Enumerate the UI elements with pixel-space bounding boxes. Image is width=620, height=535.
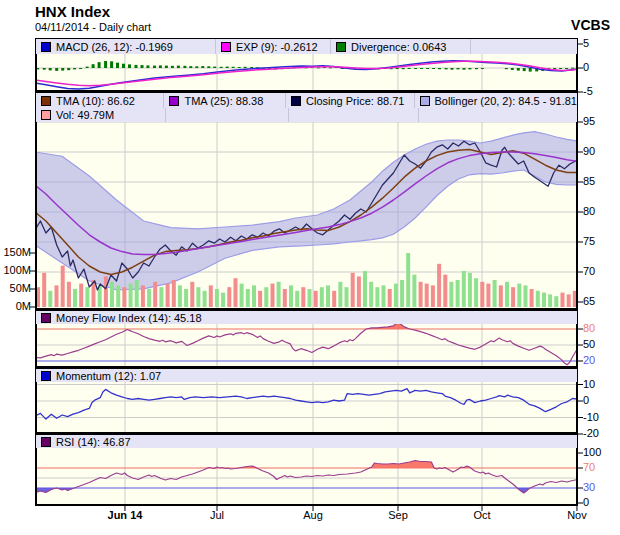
volume-y-tick-label: 50M (0, 282, 31, 295)
exp-swatch (221, 42, 231, 52)
x-tick-label-jul: Jul (187, 509, 247, 522)
mfi-y-tick-label: 50 (583, 338, 619, 351)
mfi-y-tick-label: 80 (583, 322, 619, 335)
rsi-swatch (41, 437, 51, 447)
legend-spacer (419, 108, 577, 122)
price-legend-row2: Vol: 49.79M (36, 108, 577, 122)
rsi-legend-item: RSI (14): 46.87 (36, 435, 577, 448)
momentum-legend: Momentum (12): 1.07 (36, 369, 577, 382)
exp-legend-item: EXP (9): -0.2612 (216, 39, 331, 54)
main-y-tick-label: 95 (583, 115, 619, 128)
volume-legend-item: Vol: 49.79M (36, 108, 166, 122)
mom-y-tick-label: -10 (583, 411, 619, 424)
divergence-swatch (336, 42, 346, 52)
chart-window: HNX Index 04/11/2014 - Daily chart VCBS … (0, 0, 620, 535)
bollinger-swatch (420, 96, 430, 106)
x-tick-label-jun-14: Jun 14 (95, 509, 155, 522)
macd-legend-item: MACD (26, 12): -0.1969 (36, 39, 216, 54)
chart-canvas (0, 0, 620, 535)
tma10-swatch (41, 96, 51, 106)
macd-y-tick-label: 5 (583, 37, 619, 50)
momentum-legend-item: Momentum (12): 1.07 (36, 369, 577, 382)
x-tick-label-nov: Nov (547, 509, 607, 522)
close-swatch (291, 96, 301, 106)
legend-spacer (471, 39, 577, 54)
mfi-legend: Money Flow Index (14): 45.18 (36, 311, 577, 324)
mfi-legend-item: Money Flow Index (14): 45.18 (36, 311, 577, 324)
main-y-tick-label: 85 (583, 175, 619, 188)
volume-swatch (41, 110, 51, 120)
x-tick-label-aug: Aug (283, 509, 343, 522)
main-y-tick-label: 70 (583, 265, 619, 278)
main-y-tick-label: 65 (583, 295, 619, 308)
close-legend-item: Closing Price: 88.71 (286, 93, 414, 108)
macd-legend: MACD (26, 12): -0.1969 EXP (9): -0.2612 … (36, 39, 577, 54)
x-tick-label-sep: Sep (368, 509, 428, 522)
macd-swatch (41, 42, 51, 52)
mfi-swatch (41, 313, 51, 323)
volume-y-tick-label: 0M (0, 300, 31, 313)
main-y-tick-label: 80 (583, 205, 619, 218)
legend-spacer (289, 108, 419, 122)
rsi-y-tick-label: 0 (583, 496, 619, 509)
rsi-legend: RSI (14): 46.87 (36, 435, 577, 448)
volume-y-tick-label: 150M (0, 246, 31, 259)
volume-y-tick-label: 100M (0, 264, 31, 277)
mfi-y-tick-label: 20 (583, 354, 619, 367)
divergence-legend-item: Divergence: 0.0643 (331, 39, 471, 54)
mom-y-tick-label: 10 (583, 378, 619, 391)
rsi-y-tick-label: 70 (583, 461, 619, 474)
macd-y-tick-label: -5 (583, 85, 619, 98)
main-y-tick-label: 90 (583, 145, 619, 158)
rsi-y-tick-label: 100 (583, 446, 619, 459)
main-y-tick-label: 75 (583, 235, 619, 248)
rsi-y-tick-label: 30 (583, 481, 619, 494)
tma25-swatch (169, 96, 179, 106)
bollinger-legend-item: Bollinger (20, 2): 84.5 - 91.81 (415, 93, 577, 108)
momentum-swatch (41, 371, 51, 381)
mom-y-tick-label: 0 (583, 394, 619, 407)
tma25-legend-item: TMA (25): 88.38 (164, 93, 286, 108)
mom-y-tick-label: -20 (583, 427, 619, 440)
x-tick-label-oct: Oct (452, 509, 512, 522)
tma10-legend-item: TMA (10): 86.62 (36, 93, 164, 108)
price-legend-row1: TMA (10): 86.62 TMA (25): 88.38 Closing … (36, 93, 577, 108)
macd-y-tick-label: 0 (583, 61, 619, 74)
legend-spacer (166, 108, 289, 122)
